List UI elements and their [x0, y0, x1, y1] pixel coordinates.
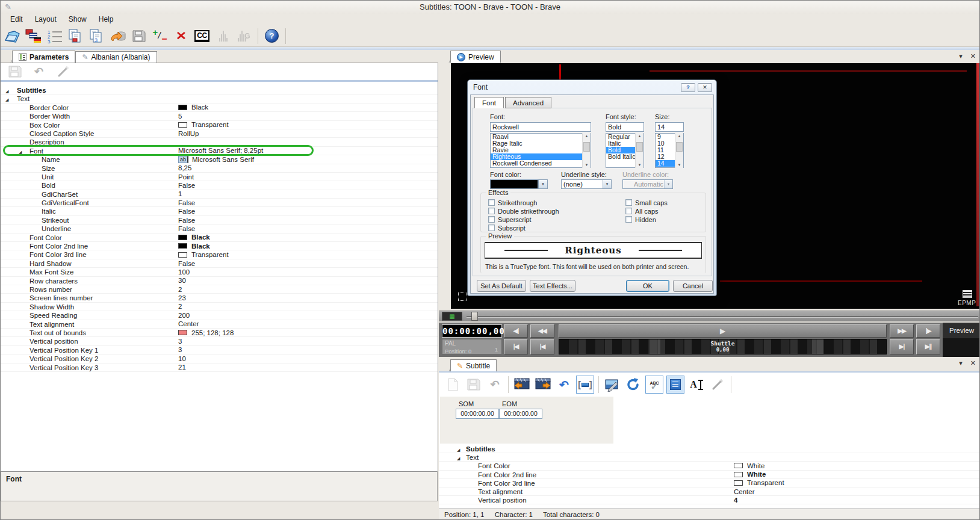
underline-style-select[interactable]: (none) ▾ — [561, 179, 612, 189]
waveform-icon[interactable] — [214, 26, 232, 45]
step-back-button[interactable]: ◀| — [504, 324, 528, 338]
property-row[interactable]: ◢ Text alignment Center — [439, 488, 980, 496]
property-row[interactable]: ◢ Hard Shadow False — [1, 259, 438, 268]
property-value[interactable]: RollUp — [178, 129, 199, 137]
font-style-input[interactable]: Bold — [606, 122, 644, 132]
property-row[interactable]: ◢ Font Color 3rd line Transparent — [439, 479, 980, 488]
numbered-list-icon[interactable]: 123 — [45, 26, 64, 45]
next-clip-icon[interactable] — [534, 376, 552, 394]
style-list-scrollbar[interactable]: ▲▼ — [635, 133, 644, 168]
property-value[interactable]: 23 — [178, 294, 186, 302]
closed-caption-icon[interactable]: CC — [193, 26, 211, 45]
property-value[interactable]: 4 — [734, 496, 737, 504]
font-color-swatch[interactable] — [490, 179, 538, 189]
property-row[interactable]: ◢ Font Color 2nd line Black — [1, 242, 438, 250]
property-row[interactable]: ◢ Size 8,25 — [1, 164, 438, 173]
menu-item[interactable]: Layout — [29, 14, 63, 25]
revert-icon[interactable]: ↶ — [555, 376, 573, 394]
property-value[interactable]: ab Microsoft Sans Serif — [178, 155, 254, 163]
wand-icon[interactable] — [54, 63, 72, 81]
property-value[interactable]: 3 — [178, 346, 182, 354]
property-row[interactable]: ◢ Description — [1, 138, 438, 146]
property-row[interactable]: ◢ Box Color Transparent — [1, 121, 438, 129]
property-value[interactable]: 2 — [178, 303, 182, 311]
property-row[interactable]: ◢ Closed Caption Style RollUp — [1, 129, 438, 138]
property-row[interactable]: ◢ Row characters 30 — [1, 277, 438, 285]
export-database-icon[interactable] — [108, 26, 127, 45]
property-value[interactable]: 2 — [178, 285, 182, 293]
property-value[interactable]: False — [178, 259, 195, 267]
property-row[interactable]: ◢ Italic False — [1, 207, 438, 215]
wand-icon[interactable] — [709, 376, 727, 394]
refresh-icon[interactable] — [624, 376, 642, 394]
dialog-help-icon[interactable]: ? — [681, 83, 695, 92]
step-forward-button[interactable]: |▶ — [916, 324, 940, 338]
property-row[interactable]: ◢ Subtitles — [1, 86, 438, 94]
font-list-item[interactable]: Raavi — [491, 134, 582, 140]
property-value[interactable]: 10 — [178, 354, 186, 362]
dialog-tab-advanced[interactable]: Advanced — [505, 97, 551, 108]
property-value[interactable]: 21 — [178, 364, 186, 371]
spellcheck-icon[interactable]: ABC✓ — [645, 376, 663, 394]
property-row[interactable]: ◢ Text alignment Center — [1, 320, 438, 329]
duration-icon[interactable]: [] — [576, 376, 594, 394]
dropdown-icon[interactable]: ▾ — [603, 180, 611, 188]
font-list-item[interactable]: Rockwell Condensed — [491, 160, 582, 167]
property-row[interactable]: ◢ Speed Reading 200 — [1, 311, 438, 320]
undo-subtitle-icon[interactable]: ↶ — [486, 376, 504, 394]
property-row[interactable]: ◢ Screen lines number 23 — [1, 294, 438, 302]
tab-subtitle[interactable]: ✎ Subtitle — [450, 359, 497, 371]
property-row[interactable]: ◢ Font Color Black — [1, 234, 438, 242]
property-value[interactable]: White — [734, 462, 764, 469]
jump-end-button[interactable]: ▶|| — [916, 339, 940, 354]
font-dialog-titlebar[interactable]: Font — [468, 80, 716, 94]
tab-albanian[interactable]: ✎ Albanian (Albania) — [75, 51, 157, 63]
property-value[interactable]: False — [178, 216, 195, 224]
property-row[interactable]: ◢ GdiCharSet 1 — [1, 190, 438, 199]
rewind-button[interactable]: ◀◀ — [530, 324, 554, 338]
save-file-icon[interactable] — [129, 26, 148, 45]
property-row[interactable]: ◢ Text — [439, 453, 980, 462]
property-row[interactable]: ◢ Text out of bounds 255; 128; 128 — [1, 329, 438, 337]
underline-color-select[interactable]: Automatic ▾ — [622, 179, 673, 189]
save-parameters-icon[interactable] — [5, 63, 24, 81]
property-row[interactable]: ◢ Font Microsoft Sans Serif; 8,25pt — [1, 147, 438, 155]
size-list-scrollbar[interactable]: ▲▼ — [675, 133, 683, 168]
property-row[interactable]: ◢ Underline False — [1, 224, 438, 233]
property-row[interactable]: ◢ Border Color Black — [1, 104, 438, 112]
effect-checkbox[interactable]: Double strikethrough — [488, 208, 559, 214]
size-list-item[interactable]: 14 — [656, 160, 675, 167]
property-value[interactable]: False — [178, 224, 195, 232]
property-row[interactable]: ◢ Vertical position 4 — [439, 496, 980, 504]
menu-item[interactable]: Edit — [4, 14, 29, 25]
effect-checkbox[interactable]: All caps — [625, 208, 668, 214]
ok-button[interactable]: OK — [626, 280, 669, 292]
property-value[interactable]: Transparent — [734, 479, 784, 487]
forward-button[interactable]: ▶▶ — [890, 324, 914, 338]
property-value[interactable]: 3 — [178, 337, 182, 345]
property-value[interactable]: Microsoft Sans Serif; 8,25pt — [178, 147, 263, 155]
collapse-panel-icon[interactable]: ▾ — [959, 52, 963, 60]
effect-checkbox[interactable]: Superscript — [488, 216, 559, 223]
menu-item[interactable]: Show — [63, 14, 93, 25]
slider-track[interactable] — [467, 316, 978, 317]
property-row[interactable]: ◢ Vertical Position Key 3 21 — [1, 364, 438, 372]
property-value[interactable]: 100 — [178, 268, 190, 276]
style-list-item[interactable]: Italic — [606, 140, 635, 147]
property-value[interactable]: Center — [178, 320, 199, 328]
property-value[interactable]: 8,25 — [178, 164, 191, 172]
property-row[interactable]: ◢ Vertical Position Key 2 10 — [1, 354, 438, 363]
previous-clip-icon[interactable] — [513, 376, 531, 394]
property-value[interactable]: 5 — [178, 112, 182, 120]
property-value[interactable]: 255; 128; 128 — [178, 329, 234, 336]
help-icon[interactable]: ? — [262, 26, 281, 45]
font-name-input[interactable]: Rockwell — [490, 122, 591, 132]
property-value[interactable]: Black — [178, 104, 208, 111]
property-value[interactable]: Center — [734, 488, 755, 495]
seek-slider[interactable]: ▦ — [439, 311, 980, 321]
property-row[interactable]: ◢ Text — [1, 94, 438, 103]
size-list-item[interactable]: 10 — [656, 140, 675, 147]
copy-subtitles-flag-icon[interactable] — [66, 26, 85, 45]
previous-frame-button[interactable]: |◀ — [530, 339, 554, 354]
font-color-dropdown-icon[interactable]: ▾ — [538, 179, 548, 189]
